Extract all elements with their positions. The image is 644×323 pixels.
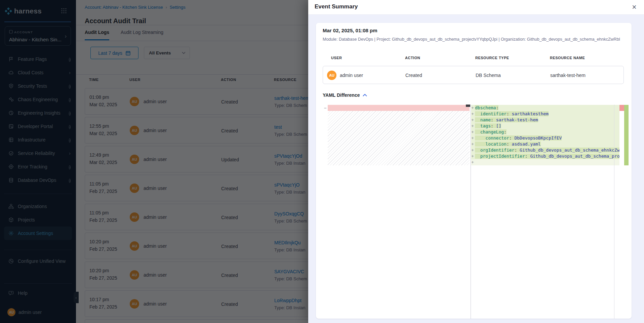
event-summary-drawer: Event Summary × Mar 02, 2025, 01:08 pm M…	[308, 0, 644, 323]
chevron-up-icon	[363, 94, 367, 96]
yaml-difference-toggle[interactable]: YAML Difference	[323, 92, 367, 98]
added-line-gutter: +	[471, 147, 475, 153]
diff-added-line-empty: +	[471, 159, 619, 165]
removed-line-highlight	[328, 105, 470, 111]
event-user: admin user	[340, 73, 363, 78]
diff-added-line: +dbschema:	[471, 105, 619, 111]
diff-scrollbar-thumb[interactable]	[466, 105, 470, 107]
diff-added-line: + name: sarthak-test-hem	[471, 117, 619, 123]
added-line-gutter: +	[471, 123, 475, 129]
added-line-gutter: +	[471, 105, 475, 111]
avatar: AU	[327, 71, 336, 80]
event-col-user: USER	[331, 56, 342, 60]
event-action: Created	[405, 73, 422, 78]
diff-added-line: + connector: DbDevopsoBKpcpIfEV	[471, 135, 619, 141]
added-line-gutter: +	[471, 135, 475, 141]
diff-added-line: + identifier: sarthaktesthem	[471, 111, 619, 117]
event-col-resource-name: RESOURCE NAME	[550, 56, 585, 60]
minimap-removed-marker[interactable]	[619, 105, 624, 111]
added-line-gutter: +	[471, 141, 475, 147]
added-line-gutter: +	[471, 159, 475, 165]
event-timestamp: Mar 02, 2025, 01:08 pm	[323, 28, 377, 33]
drawer-title: Event Summary	[315, 3, 358, 10]
event-row: AU admin user Created DB Schema sarthak-…	[323, 66, 624, 84]
event-summary-card: Mar 02, 2025, 01:08 pm Module: Database …	[316, 23, 632, 319]
diff-added-line: + tags: []	[471, 123, 619, 129]
app-root: harness ACCOUNT Abhinav - Kitchen Sin...…	[0, 0, 644, 323]
event-context: Module: Database DevOps | Project: Githu…	[323, 37, 625, 42]
close-icon[interactable]: ×	[629, 2, 639, 12]
diff-added-line: + orgIdentifier: Github_db_devops_aut_db…	[471, 147, 619, 153]
minimap-added-marker[interactable]	[624, 105, 629, 165]
event-col-action: ACTION	[405, 56, 420, 60]
event-resource-type: DB Schema	[476, 73, 501, 78]
yaml-difference-label: YAML Difference	[323, 92, 360, 98]
yaml-diff-viewer: − +dbschema:+ identifier: sarthaktesthem…	[323, 105, 629, 319]
diff-added-line: + projectIdentifier: Github_db_devops_au…	[471, 153, 619, 159]
added-line-gutter: +	[471, 129, 475, 135]
diff-split-divider[interactable]	[471, 105, 471, 319]
added-line-gutter: +	[471, 111, 475, 117]
drawer-header: Event Summary ×	[308, 0, 644, 15]
added-line-gutter: +	[471, 153, 475, 159]
diff-content-boundary	[614, 105, 614, 319]
modal-scrim[interactable]	[0, 0, 308, 323]
event-resource-name: sarthak-test-hem	[550, 73, 586, 78]
event-col-resource-type: RESOURCE TYPE	[475, 56, 509, 60]
diff-empty-hatch-region	[328, 111, 470, 165]
removed-line-gutter: −	[323, 105, 327, 111]
added-line-gutter: +	[471, 117, 475, 123]
diff-added-line: + changeLog:	[471, 129, 619, 135]
added-lines: +dbschema:+ identifier: sarthaktesthem+ …	[471, 105, 619, 165]
diff-added-line: + location: asdsad.yaml	[471, 141, 619, 147]
diff-added-pane: +dbschema:+ identifier: sarthaktesthem+ …	[471, 105, 619, 319]
